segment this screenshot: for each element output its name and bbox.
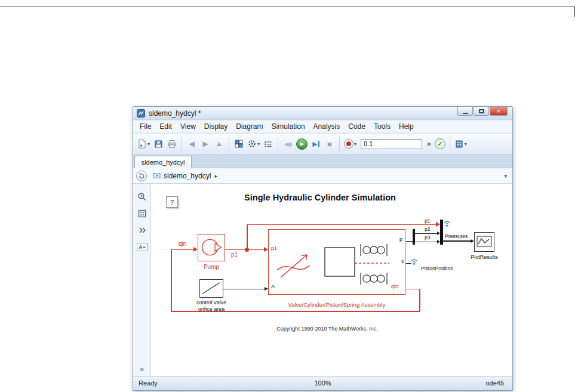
- save-button[interactable]: [152, 136, 165, 152]
- menu-bar: File Edit View Display Diagram Simulatio…: [133, 121, 512, 133]
- palette-more-button[interactable]: »: [133, 365, 150, 374]
- menu-edit[interactable]: Edit: [155, 121, 176, 132]
- scope-label: PlotResults: [462, 254, 506, 260]
- window-titlebar[interactable]: sldemo_hydcyl * ×: [133, 107, 512, 120]
- signal-line-feedback-bottom[interactable]: [171, 311, 420, 312]
- menu-display[interactable]: Display: [200, 121, 232, 132]
- signal-line-p2[interactable]: [415, 233, 438, 234]
- signal-line-p1-to-mux[interactable]: [247, 224, 436, 226]
- toolbar: ▾ ◀ ▶ ▲ ▾ ◀◀: [133, 134, 512, 155]
- menu-diagram[interactable]: Diagram: [232, 121, 267, 132]
- menu-simulation[interactable]: Simulation: [268, 121, 309, 132]
- menu-analysis[interactable]: Analysis: [309, 121, 345, 132]
- sim-time-input[interactable]: [361, 139, 422, 149]
- forward-button[interactable]: ▶: [199, 136, 212, 152]
- library-browser-button[interactable]: [232, 136, 245, 152]
- signal-logging-badge-icon[interactable]: [410, 258, 418, 266]
- control-valve-block[interactable]: [199, 279, 223, 298]
- qin-signal-label: qin: [179, 240, 186, 247]
- zoom-button[interactable]: [136, 191, 148, 203]
- control-valve-label: control valve orifice area: [176, 300, 247, 312]
- scope-block[interactable]: [474, 232, 494, 252]
- signal-line-qin[interactable]: [171, 249, 195, 251]
- page-border-right: [574, 7, 575, 17]
- signal-line-feedback-right[interactable]: [419, 289, 420, 311]
- list-icon: [263, 140, 273, 149]
- signal-line-pressures[interactable]: [443, 240, 471, 242]
- model-configuration-button[interactable]: ▾: [246, 136, 261, 152]
- signal-line-feedback-left[interactable]: [171, 249, 172, 311]
- menu-view[interactable]: View: [176, 121, 200, 132]
- breadcrumb-bar: sldemo_hydcyl ▸ ▾: [133, 168, 512, 184]
- building-icon: [454, 139, 464, 149]
- breadcrumb-dropdown-icon[interactable]: ▾: [504, 173, 507, 179]
- pump-block[interactable]: [198, 234, 225, 261]
- gear-icon: [247, 139, 257, 149]
- model-explorer-button[interactable]: [262, 136, 275, 152]
- up-to-parent-button[interactable]: ▲: [213, 136, 226, 152]
- status-solver: ode45: [485, 379, 504, 387]
- simulink-app-icon: [137, 109, 145, 118]
- status-zoom: 100%: [133, 379, 512, 387]
- signal-logging-badge-icon[interactable]: [443, 220, 451, 227]
- pan-arrows-button[interactable]: [136, 224, 148, 236]
- annotation-button[interactable]: A=: [136, 241, 148, 253]
- toolbar-overflow-button[interactable]: »: [425, 140, 433, 148]
- signal-line-p3[interactable]: [415, 242, 438, 242]
- menu-tools[interactable]: Tools: [370, 121, 395, 132]
- signal-line-A[interactable]: [223, 289, 265, 289]
- simulink-window: sldemo_hydcyl * × File Edit View Display…: [133, 106, 513, 391]
- validate-button[interactable]: ✓: [434, 136, 447, 152]
- breadcrumb-back-button[interactable]: [136, 171, 147, 181]
- model-advisor-button[interactable]: ▾: [453, 136, 468, 152]
- save-icon: [154, 140, 163, 149]
- double-chevron-icon: [137, 226, 147, 235]
- record-button[interactable]: ▾: [343, 136, 358, 152]
- menu-file[interactable]: File: [136, 121, 155, 132]
- minimize-button[interactable]: [457, 107, 473, 116]
- fit-to-view-button[interactable]: [136, 208, 148, 220]
- maximize-button[interactable]: [474, 107, 489, 116]
- chevron-down-icon: ▾: [465, 141, 467, 147]
- menu-help[interactable]: Help: [395, 121, 418, 132]
- toolbar-separator: [182, 137, 182, 150]
- minimize-icon: [463, 113, 468, 114]
- new-model-button[interactable]: ▾: [136, 136, 151, 152]
- print-button[interactable]: [165, 136, 179, 152]
- library-browser-icon: [234, 139, 244, 149]
- close-button[interactable]: ×: [490, 107, 508, 116]
- annotation-icon: A=: [137, 243, 147, 251]
- demux-block[interactable]: [413, 229, 415, 245]
- unknown-block[interactable]: ?: [166, 196, 178, 208]
- step-back-icon: ◀◀: [284, 141, 291, 147]
- printer-icon: [167, 140, 177, 149]
- signal-line-p1-branch[interactable]: [247, 224, 248, 249]
- signal-line-p[interactable]: [406, 241, 413, 242]
- ramp-icon: [200, 280, 222, 297]
- step-forward-icon: ▶: [312, 140, 317, 148]
- breadcrumb[interactable]: sldemo_hydcyl: [164, 172, 211, 180]
- run-button[interactable]: ▶: [295, 136, 309, 152]
- bus-label-p3: p3: [425, 234, 430, 240]
- run-icon: ▶: [296, 138, 308, 150]
- chevron-down-icon: ▾: [147, 141, 150, 147]
- tab-sldemo-hydcyl[interactable]: sldemo_hydcyl: [134, 156, 192, 168]
- menu-code[interactable]: Code: [344, 121, 370, 132]
- up-arrow-icon: ▲: [216, 140, 223, 148]
- check-icon: ✓: [435, 138, 445, 149]
- assembly-subsystem-icon: [272, 239, 404, 291]
- pump-label: Pump: [189, 264, 233, 270]
- chevron-down-icon: ▾: [354, 141, 356, 147]
- step-back-button[interactable]: ◀◀: [281, 136, 294, 152]
- signal-line-qin-exit[interactable]: [406, 289, 420, 290]
- page: sldemo_hydcyl * × File Edit View Display…: [0, 0, 581, 392]
- toolbar-separator: [229, 137, 229, 150]
- maximize-icon: [479, 109, 484, 113]
- model-canvas[interactable]: ? Single Hydraulic Cylinder Simulation P…: [151, 184, 512, 376]
- circular-arrow-icon: [137, 172, 146, 180]
- stop-button[interactable]: ■: [323, 136, 336, 152]
- tab-bar: sldemo_hydcyl: [133, 155, 512, 168]
- port-label-A: A: [271, 283, 275, 289]
- back-button[interactable]: ◀: [185, 136, 198, 152]
- step-forward-button[interactable]: ▶: [309, 136, 322, 152]
